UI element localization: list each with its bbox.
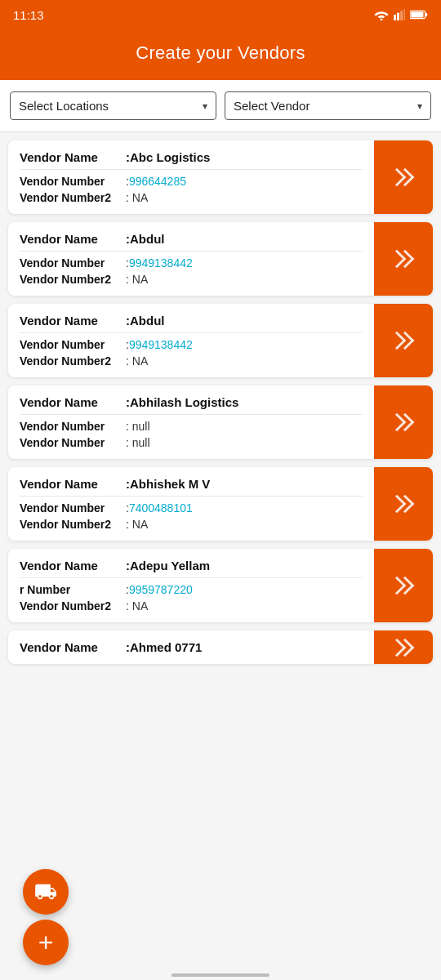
vendor-info: Vendor Name :Adepu Yellam r Number : 995… [8, 549, 374, 622]
vendor-number-row: Vendor Number : null [20, 420, 363, 433]
vendor-number2-value: : NA [126, 191, 148, 204]
vendor-name-value: :Abhilash Logistics [126, 395, 238, 409]
vendor-name-value: :Abdul [126, 314, 164, 327]
vendor-number-label: Vendor Number [20, 420, 126, 433]
vendor-info: Vendor Name :Abdul Vendor Number : 99491… [8, 304, 374, 377]
vendor-number2-value: : NA [126, 354, 148, 368]
vendor-number-label: Vendor Number [20, 175, 126, 188]
double-chevron-icon [389, 163, 418, 192]
select-locations-dropdown[interactable]: Select Locations ▾ [10, 91, 216, 120]
vendor-number2-row: Vendor Number2 : NA [20, 354, 363, 368]
vendor-card: Vendor Name :Abc Logistics Vendor Number… [8, 140, 433, 214]
vendor-name-value: :Ahmed 0771 [126, 640, 202, 654]
svg-point-0 [381, 19, 383, 21]
vendor-arrow-button[interactable] [374, 140, 433, 214]
vendor-name-row: Vendor Name :Ahmed 0771 [20, 640, 363, 654]
svg-rect-3 [400, 11, 403, 20]
vendor-name-row: Vendor Name :Abdul [20, 314, 363, 327]
vendor-number-row: Vendor Number : 7400488101 [20, 501, 363, 514]
double-chevron-icon [389, 408, 418, 437]
vendor-number-label: Vendor Number [20, 256, 126, 270]
vendor-number-link[interactable]: 9949138442 [129, 256, 193, 270]
vendor-number-value: : null [126, 420, 150, 433]
vendor-name-row: Vendor Name :Adepu Yellam [20, 559, 363, 572]
vendor-arrow-button[interactable] [374, 467, 433, 541]
vendor-list: Vendor Name :Abc Logistics Vendor Number… [0, 132, 441, 762]
battery-icon [410, 10, 428, 20]
vendor-arrow-button[interactable] [374, 222, 433, 296]
vendor-number2-label: Vendor Number [20, 436, 126, 449]
select-locations-label: Select Locations [19, 99, 109, 113]
vendor-arrow-button[interactable] [374, 304, 433, 377]
svg-rect-2 [397, 13, 399, 20]
vendor-number2-value: : NA [126, 599, 148, 612]
vendor-card: Vendor Name :Ahmed 0771 [8, 630, 433, 664]
status-bar: 11:13 [0, 0, 441, 29]
double-chevron-icon [389, 571, 418, 600]
vendor-name-label: Vendor Name [20, 232, 126, 246]
vendor-arrow-button[interactable] [374, 385, 433, 459]
vendor-number2-row: Vendor Number2 : NA [20, 191, 363, 204]
vendor-number-label: Vendor Number [20, 501, 126, 514]
svg-rect-6 [425, 13, 428, 16]
fab-add-button[interactable]: + [23, 920, 69, 965]
vendor-name-label: Vendor Name [20, 314, 126, 327]
vendor-number2-row: Vendor Number2 : NA [20, 273, 363, 286]
vendor-name-row: Vendor Name :Abdul [20, 232, 363, 246]
vendor-number2-row: Vendor Number2 : NA [20, 518, 363, 531]
vendor-name-row: Vendor Name :Abhishek M V [20, 477, 363, 491]
vendor-info: Vendor Name :Abc Logistics Vendor Number… [8, 140, 374, 214]
fab-truck-button[interactable] [23, 869, 69, 915]
page-header: Create your Vendors [0, 29, 441, 80]
vendor-card: Vendor Name :Adepu Yellam r Number : 995… [8, 549, 433, 622]
vendor-number-row: Vendor Number : 9949138442 [20, 338, 363, 351]
svg-rect-7 [411, 12, 423, 18]
vendor-name-value: :Abc Logistics [126, 150, 210, 164]
vendor-arrow-button[interactable] [374, 630, 433, 664]
svg-rect-4 [403, 9, 405, 20]
filter-bar: Select Locations ▾ Select Vendor ▾ [0, 80, 441, 132]
vendor-card: Vendor Name :Abhilash Logistics Vendor N… [8, 385, 433, 459]
vendor-number2-label: Vendor Number2 [20, 191, 126, 204]
vendor-info: Vendor Name :Abhishek M V Vendor Number … [8, 467, 374, 541]
signal-icon [394, 9, 405, 20]
vendor-number2-row: Vendor Number2 : NA [20, 599, 363, 612]
vendor-number-row: Vendor Number : 996644285 [20, 175, 363, 188]
vendor-info: Vendor Name :Abhilash Logistics Vendor N… [8, 385, 374, 459]
double-chevron-icon [389, 244, 418, 274]
vendor-number2-value: : NA [126, 518, 148, 531]
vendor-info: Vendor Name :Ahmed 0771 [8, 630, 374, 664]
status-time: 11:13 [13, 8, 44, 22]
vendor-number-link[interactable]: 9959787220 [129, 583, 193, 596]
vendor-number2-label: Vendor Number2 [20, 518, 126, 531]
vendor-number2-value: : null [126, 436, 150, 449]
vendor-name-value: :Adepu Yellam [126, 559, 210, 572]
vendor-number-row: Vendor Number : 9949138442 [20, 256, 363, 270]
scrollbar [172, 973, 270, 977]
vendor-info: Vendor Name :Abdul Vendor Number : 99491… [8, 222, 374, 296]
select-vendor-dropdown[interactable]: Select Vendor ▾ [225, 91, 431, 120]
vendor-number-link[interactable]: 9949138442 [129, 338, 193, 351]
vendor-name-label: Vendor Name [20, 395, 126, 409]
vendor-name-value: :Abhishek M V [126, 477, 210, 491]
select-vendor-label: Select Vendor [234, 99, 310, 113]
vendor-name-label: Vendor Name [20, 477, 126, 491]
status-icons [374, 9, 428, 20]
vendor-number-label: r Number [20, 583, 126, 596]
double-chevron-icon [389, 633, 418, 662]
vendor-arrow-button[interactable] [374, 549, 433, 622]
wifi-icon [374, 9, 389, 20]
vendor-name-row: Vendor Name :Abhilash Logistics [20, 395, 363, 409]
vendor-number-link[interactable]: 996644285 [129, 175, 186, 188]
add-icon: + [38, 928, 54, 958]
vendor-name-value: :Abdul [126, 232, 164, 246]
chevron-down-icon: ▾ [417, 100, 422, 112]
vendor-number-row: r Number : 9959787220 [20, 583, 363, 596]
vendor-number-link[interactable]: 7400488101 [129, 501, 193, 514]
vendor-number2-label: Vendor Number2 [20, 273, 126, 286]
vendor-number2-label: Vendor Number2 [20, 599, 126, 612]
svg-rect-1 [394, 15, 396, 20]
page-title: Create your Vendors [136, 42, 305, 63]
vendor-name-row: Vendor Name :Abc Logistics [20, 150, 363, 164]
vendor-name-label: Vendor Name [20, 559, 126, 572]
